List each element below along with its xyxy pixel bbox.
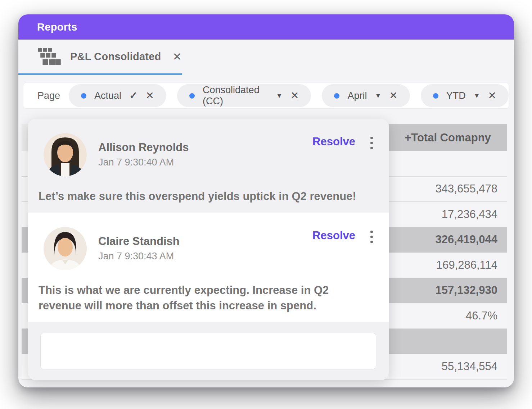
filter-chip[interactable]: April ▼ ✕: [322, 84, 410, 107]
comments-list: Allison Reynolds Jan 7 9:30:40 AM Resolv…: [28, 119, 389, 322]
app-title: Reports: [37, 21, 77, 33]
reports-window: Reports P&L Consolidated ✕ Page: [18, 14, 514, 387]
chip-label: Actual: [94, 90, 121, 101]
comment-meta: Allison Reynolds Jan 7 9:30:40 AM: [98, 133, 189, 168]
close-icon[interactable]: ✕: [290, 91, 299, 101]
comment-timestamp: Jan 7 9:30:43 AM: [98, 251, 180, 262]
comment-header: Allison Reynolds Jan 7 9:30:40 AM Resolv…: [28, 119, 389, 176]
comment-meta: Claire Standish Jan 7 9:30:43 AM: [98, 227, 180, 262]
chevron-down-icon[interactable]: ▼: [375, 92, 381, 99]
comment-text: Let’s make sure this overspend yields up…: [28, 176, 387, 213]
row-value-cell[interactable]: [389, 329, 507, 354]
row-value-cell[interactable]: 326,419,044: [389, 227, 507, 253]
kebab-menu-icon[interactable]: [370, 229, 373, 243]
chevron-down-icon[interactable]: ▼: [276, 92, 283, 99]
tab-label: P&L Consolidated: [70, 51, 161, 63]
filter-chip[interactable]: Actual ✓ ✕: [69, 84, 166, 107]
comment-actions: Resolve: [312, 133, 373, 149]
check-icon[interactable]: ✓: [129, 91, 137, 101]
comment-text: This is what we are currently expecting.…: [28, 270, 387, 322]
filter-chip[interactable]: Consolidated (CC) ▼ ✕: [177, 84, 311, 107]
comment-author: Claire Standish: [98, 235, 180, 248]
avatar: [44, 227, 87, 270]
resolve-button[interactable]: Resolve: [312, 229, 355, 242]
tab-strip: P&L Consolidated ✕: [18, 40, 514, 75]
tab-close-icon[interactable]: ✕: [172, 50, 181, 63]
row-value-cell[interactable]: 157,132,930: [389, 278, 507, 304]
chip-label: Consolidated (CC): [203, 85, 268, 107]
comment-timestamp: Jan 7 9:30:40 AM: [98, 157, 189, 168]
row-value-cell[interactable]: 17,236,434: [389, 202, 507, 227]
close-icon[interactable]: ✕: [146, 91, 154, 101]
close-icon[interactable]: ✕: [389, 91, 397, 101]
active-tab-underline: [18, 73, 182, 75]
avatar-photo: [44, 227, 87, 270]
avatar-photo: [44, 133, 87, 176]
filter-chip[interactable]: YTD ▼ ✕: [421, 84, 509, 107]
total-company-header-cell[interactable]: +Total Comapny: [389, 124, 507, 151]
kebab-menu-icon[interactable]: [370, 135, 373, 149]
tab-pl-consolidated[interactable]: P&L Consolidated ✕: [18, 40, 182, 73]
row-value-cell[interactable]: 55,134,554: [389, 354, 507, 380]
page-background: Reports P&L Consolidated ✕ Page: [0, 0, 532, 409]
chip-label: April: [347, 90, 367, 101]
avatar: [44, 133, 87, 176]
page-filter-label: Page: [37, 90, 60, 101]
row-value-cell[interactable]: 343,655,478: [389, 177, 507, 202]
report-grid-icon: [38, 48, 61, 65]
resolve-button[interactable]: Resolve: [312, 135, 355, 148]
comment-author: Allison Reynolds: [98, 141, 189, 154]
row-value-cell[interactable]: [389, 151, 507, 177]
comment-actions: Resolve: [312, 227, 373, 243]
comment-header: Claire Standish Jan 7 9:30:43 AM Resolve: [28, 213, 389, 270]
chip-status-dot-icon: [433, 93, 438, 99]
chip-label: YTD: [446, 90, 466, 101]
comment: Claire Standish Jan 7 9:30:43 AM Resolve…: [28, 213, 389, 322]
chip-status-dot-icon: [81, 93, 86, 99]
filter-bar: Page Actual ✓ ✕ Consolidated (CC): [23, 83, 509, 109]
filter-chips: Actual ✓ ✕ Consolidated (CC) ▼ ✕: [69, 84, 509, 107]
comment-input[interactable]: [40, 333, 376, 369]
row-value-cell[interactable]: 169,286,114: [389, 253, 507, 278]
close-icon[interactable]: ✕: [488, 91, 496, 101]
comment: Allison Reynolds Jan 7 9:30:40 AM Resolv…: [28, 119, 389, 213]
chip-status-dot-icon: [189, 93, 195, 99]
row-value-cell[interactable]: 46.7%: [389, 303, 507, 329]
comment-composer: [28, 322, 389, 380]
titlebar: Reports: [18, 14, 514, 40]
chip-status-dot-icon: [334, 93, 339, 99]
chevron-down-icon[interactable]: ▼: [474, 92, 480, 99]
comments-panel: Allison Reynolds Jan 7 9:30:40 AM Resolv…: [28, 119, 389, 380]
